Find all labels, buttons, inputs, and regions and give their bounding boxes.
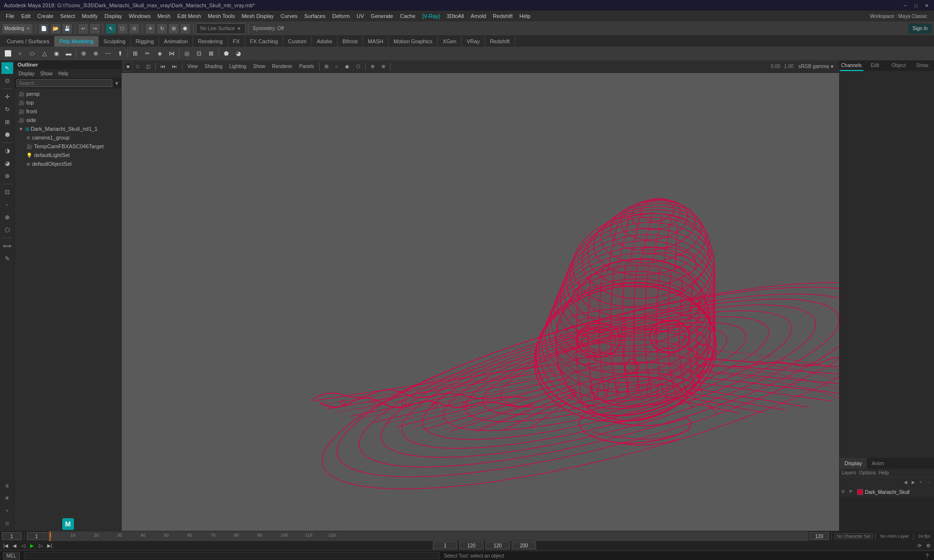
search-options[interactable]: ▼ <box>114 81 119 86</box>
tab-bifrost[interactable]: Bifrost <box>338 36 363 47</box>
tab-rigging[interactable]: Rigging <box>131 36 159 47</box>
timeline-track[interactable]: 1 10 20 30 40 50 60 70 80 90 100 110 120 <box>47 531 808 541</box>
tool-snap-point[interactable]: ⊕ <box>1 211 13 223</box>
shelf-separate[interactable]: ⊗ <box>90 48 102 59</box>
total-frames-input[interactable] <box>512 542 536 549</box>
ch-tab-channels[interactable]: Channels <box>840 60 863 71</box>
vp-xray-btn[interactable]: ◫ <box>143 62 153 71</box>
menu-uv[interactable]: UV <box>354 12 367 20</box>
vp-prev-frame[interactable]: ⏮ <box>158 62 168 71</box>
menu-help[interactable]: Help <box>517 12 534 20</box>
play-back-btn[interactable]: ◁ <box>19 542 27 549</box>
play-forward-btn[interactable]: ▶ <box>28 542 36 549</box>
menu-edit[interactable]: Edit <box>18 12 34 20</box>
tool-rotate[interactable]: ↻ <box>1 104 13 115</box>
renderer-menu[interactable]: Renderer <box>269 62 295 71</box>
menu-redshift[interactable]: Redshift <box>490 12 515 20</box>
shelf-smooth[interactable]: ⋯ <box>102 48 114 59</box>
go-start-btn[interactable]: |◀ <box>2 542 10 549</box>
menu-cache[interactable]: Cache <box>397 12 418 20</box>
lighting-menu[interactable]: Lighting <box>226 62 249 71</box>
tool-measure[interactable]: ⟺ <box>1 240 13 252</box>
undo-btn[interactable]: ↩ <box>78 23 89 34</box>
shelf-plane[interactable]: ▬ <box>63 48 74 59</box>
tab-sculpting[interactable]: Sculpting <box>99 36 131 47</box>
live-surface-btn[interactable]: No Live Surface ▼ <box>196 23 246 34</box>
playback-settings-btn[interactable]: ⚙ <box>924 542 932 549</box>
no-character-set[interactable]: No Character Set <box>834 533 873 539</box>
tool-soft-mod[interactable]: ◑ <box>1 145 13 157</box>
viewport-canvas[interactable]: front persp x y z <box>122 73 839 531</box>
tool-scale[interactable]: ⊞ <box>1 116 13 128</box>
move-btn[interactable]: ✛ <box>145 23 156 34</box>
scale-btn[interactable]: ⊞ <box>168 23 179 34</box>
shelf-extrude[interactable]: ⬆ <box>114 48 126 59</box>
menu-modify[interactable]: Modify <box>79 12 100 20</box>
outliner-item-tempcam[interactable]: 🎥 TempCamFBXASC046Target <box>15 142 121 151</box>
layer-prev-btn[interactable]: ◀ <box>902 479 909 486</box>
start-frame-input[interactable] <box>27 532 46 540</box>
menu-select[interactable]: Select <box>57 12 78 20</box>
end-frame-input[interactable] <box>809 532 829 540</box>
shelf-multi-cut[interactable]: ✂ <box>142 48 153 59</box>
layer-p-toggle[interactable]: P <box>849 489 855 495</box>
shelf-bridge[interactable]: ⋈ <box>166 48 178 59</box>
shelf-cube[interactable]: ⬜ <box>2 48 14 59</box>
layer-next-btn[interactable]: ▶ <box>910 479 916 486</box>
tool-channels[interactable]: ||| <box>1 479 13 491</box>
menu-deform[interactable]: Deform <box>329 12 353 20</box>
tab-vray[interactable]: VRay <box>462 36 485 47</box>
layer-add-btn[interactable]: + <box>917 479 924 486</box>
shelf-bevel[interactable]: ◈ <box>154 48 165 59</box>
shelf-quad-draw[interactable]: ⬟ <box>220 48 232 59</box>
tab-xgen[interactable]: XGen <box>438 36 462 47</box>
menu-display[interactable]: Display <box>102 12 125 20</box>
vp-shading-btn[interactable]: ■ <box>124 62 132 71</box>
anim-end-input[interactable] <box>485 542 510 549</box>
tool-snap-grid[interactable]: ⊡ <box>1 186 13 198</box>
tab-fx-caching[interactable]: FX Caching <box>245 36 283 47</box>
outliner-item-lightset[interactable]: 💡 defaultLightSet <box>15 151 121 159</box>
menu-generate[interactable]: Generate <box>368 12 396 20</box>
vp-icon-4[interactable]: ⬡ <box>353 62 363 71</box>
rotate-btn[interactable]: ↻ <box>157 23 167 34</box>
paint-btn[interactable]: ⊙ <box>129 23 140 34</box>
tab-curves-surfaces[interactable]: Curves / Surfaces <box>2 36 54 47</box>
tab-motion-graphics[interactable]: Motion Graphics <box>389 36 438 47</box>
tool-xray[interactable]: ◫ <box>1 517 13 529</box>
menu-edit-mesh[interactable]: Edit Mesh <box>174 12 204 20</box>
menu-mesh-display[interactable]: Mesh Display <box>239 12 277 20</box>
layer-subtab-help[interactable]: Help <box>879 470 889 475</box>
layer-remove-btn[interactable]: - <box>925 479 932 486</box>
panels-menu[interactable]: Panels <box>296 62 317 71</box>
minimize-btn[interactable]: ─ <box>902 2 909 9</box>
shading-menu[interactable]: Shading <box>202 62 226 71</box>
tab-rendering[interactable]: Rendering <box>193 36 228 47</box>
show-menu[interactable]: Show <box>250 62 268 71</box>
maximize-btn[interactable]: □ <box>913 2 919 9</box>
tab-fx[interactable]: FX <box>228 36 245 47</box>
tab-poly-modeling[interactable]: Poly Modeling <box>54 36 98 47</box>
da-tab-anim[interactable]: Anim <box>867 458 889 469</box>
outliner-item-side[interactable]: 🎥 side <box>15 116 121 124</box>
shelf-cylinder[interactable]: ⬭ <box>26 48 38 59</box>
outliner-item-objectset[interactable]: ⊕ defaultObjectSet <box>15 159 121 168</box>
outliner-tab-display[interactable]: Display <box>17 71 36 76</box>
step-forward-btn[interactable]: ▷ <box>37 542 45 549</box>
mel-button[interactable]: MEL <box>3 552 20 560</box>
shelf-fill-hole[interactable]: ⊠ <box>205 48 217 59</box>
tab-mash[interactable]: MASH <box>363 36 389 47</box>
tool-snap-curve[interactable]: ◦ <box>1 199 13 210</box>
tool-paint-sel[interactable]: ⊙ <box>1 75 13 87</box>
vp-icon-6[interactable]: ⊗ <box>378 62 388 71</box>
tab-custom[interactable]: Custom <box>283 36 312 47</box>
save-btn[interactable]: 💾 <box>62 23 72 34</box>
sign-in-btn[interactable]: Sign In <box>908 23 932 34</box>
vp-icon-2[interactable]: ○ <box>332 62 341 71</box>
menu-surfaces[interactable]: Surfaces <box>302 12 328 20</box>
mode-dropdown[interactable]: Modeling ▼ <box>2 23 33 34</box>
step-back-btn[interactable]: ◀ <box>11 542 18 549</box>
outliner-item-front[interactable]: 🎥 front <box>15 107 121 116</box>
tool-select[interactable]: ↖ <box>1 62 13 74</box>
vp-icon-1[interactable]: ⊞ <box>322 62 331 71</box>
